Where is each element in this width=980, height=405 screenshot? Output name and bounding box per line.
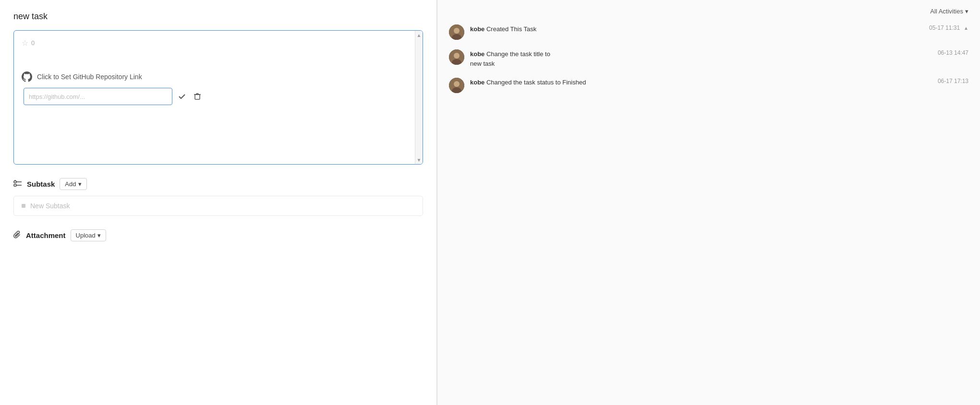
activities-header: All Activities ▾ bbox=[449, 8, 968, 15]
avatar-image bbox=[449, 78, 464, 93]
chevron-down-icon: ▾ bbox=[965, 8, 968, 15]
activity-text: kobe Change the task title tonew task bbox=[470, 49, 550, 68]
activity-text: kobe Changed the task status to Finished bbox=[470, 78, 586, 87]
activity-content: kobe Changed the task status to Finished… bbox=[470, 78, 968, 87]
scroll-up-arrow[interactable]: ▲ bbox=[415, 31, 423, 39]
activity-item: kobe Change the task title tonew task 06… bbox=[449, 49, 968, 68]
avatar bbox=[449, 49, 464, 65]
trash-icon bbox=[194, 93, 201, 100]
left-panel: new task ☆ 0 Click to Set GitHub Reposit… bbox=[0, 0, 437, 405]
activity-list: kobe Created This Task 05-17 11:31 ▲ bbox=[449, 24, 968, 93]
avatar bbox=[449, 78, 464, 93]
all-activities-label: All Activities bbox=[930, 8, 963, 15]
description-box: ☆ 0 Click to Set GitHub Repository Link bbox=[13, 30, 423, 165]
activity-item: kobe Created This Task 05-17 11:31 ▲ bbox=[449, 24, 968, 40]
activity-text: kobe Created This Task bbox=[470, 24, 536, 34]
activity-row: kobe Change the task title tonew task 06… bbox=[470, 49, 968, 68]
description-scrollbar[interactable]: ▲ ▼ bbox=[415, 31, 423, 164]
attachment-label: Attachment bbox=[26, 231, 66, 239]
paperclip-icon bbox=[13, 231, 21, 238]
all-activities-button[interactable]: All Activities ▾ bbox=[930, 8, 968, 15]
github-url-input[interactable] bbox=[24, 88, 172, 105]
activity-row: kobe Created This Task 05-17 11:31 ▲ bbox=[470, 24, 968, 34]
avatar-image bbox=[449, 24, 464, 40]
svg-point-17 bbox=[454, 81, 460, 87]
page-title: new task bbox=[13, 12, 423, 22]
activity-content: kobe Change the task title tonew task 06… bbox=[470, 49, 968, 68]
github-link-trigger[interactable]: Click to Set GitHub Repository Link bbox=[22, 71, 411, 82]
chevron-down-icon: ▾ bbox=[78, 180, 82, 188]
subtask-header: Subtask Add ▾ bbox=[13, 178, 423, 190]
svg-rect-5 bbox=[14, 181, 16, 183]
subtask-icon bbox=[13, 179, 22, 190]
subtask-label: Subtask bbox=[27, 180, 55, 188]
chevron-down-icon: ▾ bbox=[97, 232, 101, 239]
upload-button[interactable]: Upload ▾ bbox=[71, 229, 106, 241]
avatar bbox=[449, 24, 464, 40]
attachment-section: Attachment Upload ▾ bbox=[13, 229, 423, 241]
activity-time: 06-13 14:47 bbox=[938, 49, 968, 56]
activity-row: kobe Changed the task status to Finished… bbox=[470, 78, 968, 87]
github-icon bbox=[22, 71, 32, 82]
github-confirm-button[interactable] bbox=[176, 91, 188, 102]
activity-content: kobe Created This Task 05-17 11:31 ▲ bbox=[470, 24, 968, 34]
activity-item: kobe Changed the task status to Finished… bbox=[449, 78, 968, 93]
star-count: 0 bbox=[31, 39, 35, 47]
attachment-icon bbox=[13, 231, 21, 240]
right-panel: All Activities ▾ kobe Created This Task bbox=[437, 0, 980, 405]
github-input-row bbox=[24, 88, 411, 105]
svg-point-11 bbox=[454, 28, 460, 34]
activity-time: 05-17 11:31 bbox=[929, 24, 960, 31]
subtask-row: New Subtask bbox=[13, 196, 423, 216]
subtask-add-button[interactable]: Add ▾ bbox=[60, 178, 86, 190]
subtask-section: Subtask Add ▾ New Subtask bbox=[13, 178, 423, 216]
avatar-image bbox=[449, 49, 464, 65]
checkmark-icon bbox=[178, 93, 186, 100]
github-link-area: Click to Set GitHub Repository Link bbox=[22, 71, 411, 105]
attachment-header: Attachment Upload ▾ bbox=[13, 229, 423, 241]
subtask-handle bbox=[22, 204, 25, 208]
scroll-down-arrow[interactable]: ▼ bbox=[415, 155, 423, 164]
github-link-label: Click to Set GitHub Repository Link bbox=[37, 73, 142, 81]
star-icon[interactable]: ☆ bbox=[22, 38, 28, 48]
new-subtask-text[interactable]: New Subtask bbox=[30, 202, 70, 210]
svg-point-14 bbox=[454, 53, 460, 59]
svg-rect-0 bbox=[195, 95, 200, 99]
github-delete-button[interactable] bbox=[192, 91, 203, 102]
star-row: ☆ 0 bbox=[22, 38, 411, 48]
subtask-svg-icon bbox=[13, 179, 22, 188]
collapse-arrow-icon[interactable]: ▲ bbox=[964, 25, 968, 31]
activity-time: 06-17 17:13 bbox=[938, 78, 968, 84]
svg-rect-6 bbox=[14, 184, 16, 186]
